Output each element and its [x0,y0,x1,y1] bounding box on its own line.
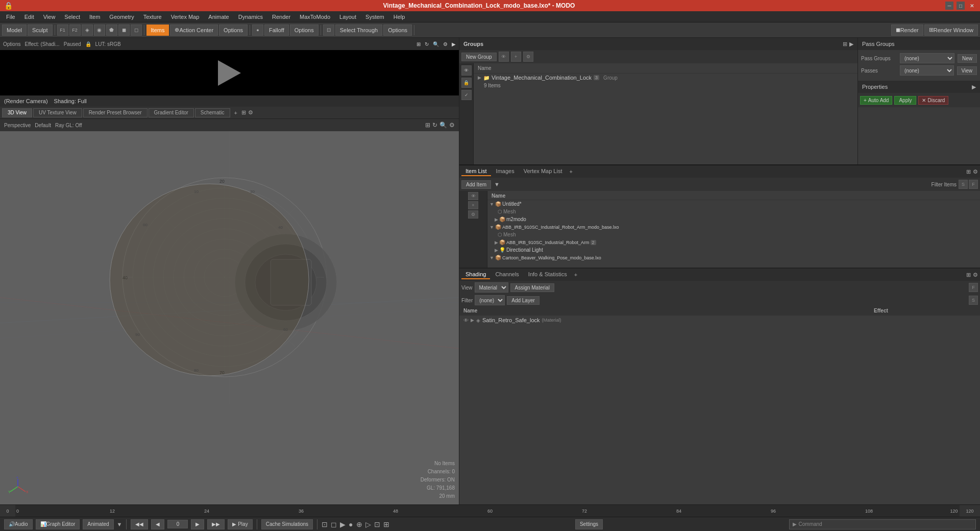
tab-vertex-map[interactable]: Vertex Map List [520,167,567,176]
cache-simulations-btn[interactable]: Cache Simulations [261,519,313,529]
add-il-tab[interactable]: + [567,167,574,176]
render-window-btn[interactable]: ⊞ Render Window [924,25,978,36]
prev-frame-btn[interactable]: ◀◀ [131,519,148,529]
sb-icon2[interactable]: ◻ [331,520,337,528]
groups-settings[interactable]: ▶ [849,41,853,47]
sh-s-btn[interactable]: S [969,296,978,305]
tree-item-beaver[interactable]: ▼ 📦 Cartoon_Beaver_Walking_Pose_modo_bas… [487,254,980,261]
menu-animate[interactable]: Animate [204,13,233,21]
perspective-label[interactable]: Perspective [4,123,31,128]
raygl-label[interactable]: Ray GL: Off [55,123,82,128]
tool-icon1[interactable]: ◈ [82,25,93,36]
frame-input[interactable] [167,520,188,528]
animated-arrow[interactable]: ▼ [117,521,122,527]
menu-layout[interactable]: Layout [335,13,360,21]
options-btn3[interactable]: Options [383,25,412,36]
menu-texture[interactable]: Texture [139,13,166,21]
il-settings[interactable]: ⚙ [973,168,978,175]
action-center-btn[interactable]: ⊕ Action Center [170,25,218,36]
tab-gradient[interactable]: Gradient Editor [149,108,194,117]
menu-maxtomodo[interactable]: MaxToModo [296,13,334,21]
settings-btn[interactable]: Settings [575,519,603,529]
sculpt-btn[interactable]: Sculpt [28,25,53,36]
tree-item-mesh2[interactable]: ⬡ Mesh [487,231,980,238]
ils-gear1[interactable]: ⚙ [468,210,478,219]
tree-item-abb-arm[interactable]: ▶ 📦 ABB_IRB_910SC_Industrial_Robot_Arm 2 [487,238,980,246]
sh-settings[interactable]: ⚙ [973,272,978,278]
groups-expand[interactable]: ⊞ [843,41,847,47]
tool-icon5[interactable]: ◻ [131,25,142,36]
apply-btn[interactable]: Apply [894,96,916,105]
menu-help[interactable]: Help [389,13,409,21]
tab-images[interactable]: Images [492,167,519,176]
graph-editor-btn[interactable]: 📊 Graph Editor [36,519,80,529]
gsb-check[interactable]: ✓ [461,90,472,100]
sh-f-btn[interactable]: F [969,283,978,292]
vp-settings[interactable]: ⚙ [248,109,253,116]
gsb-lock[interactable]: 🔒 [461,78,472,88]
menu-render[interactable]: Render [268,13,295,21]
vp-zoom-icon[interactable]: 🔍 [439,122,447,129]
pass-groups-select[interactable]: (none) [900,53,954,63]
zoom-icon[interactable]: 🔍 [433,41,439,47]
select-through-icon[interactable]: ⊡ [323,25,334,36]
tab-info-stats[interactable]: Info & Statistics [524,270,571,279]
falloff-icon[interactable]: ● [252,25,263,36]
menu-dynamics[interactable]: Dynamics [234,13,267,21]
gsb-eye[interactable]: 👁 [461,65,472,76]
menu-system[interactable]: System [361,13,388,21]
menu-edit[interactable]: Edit [20,13,38,21]
audio-btn[interactable]: 🔊 Audio [4,519,33,529]
minimize-button[interactable]: ─ [945,2,953,10]
sh-expand[interactable]: ⊞ [966,272,971,278]
menu-file[interactable]: File [2,13,19,21]
passes-view-btn[interactable]: View [957,66,977,75]
view-select[interactable]: Material [475,282,508,293]
tree-item-abb[interactable]: ▼ 📦 ABB_IRB_910SC_Industrial_Robot_Arm_m… [487,223,980,231]
menu-vertex-map[interactable]: Vertex Map [167,13,204,21]
ils-eye1[interactable]: 👁 [468,192,478,200]
add-item-btn[interactable]: Add Item [461,180,491,189]
discard-btn[interactable]: ✕ Discard [918,96,948,105]
default-label[interactable]: Default [35,123,51,128]
prev-btn[interactable]: ◀ [151,519,164,529]
auto-add-btn[interactable]: + Auto Add [860,96,892,105]
tab-uv-texture[interactable]: UV Texture View [33,108,82,117]
sb-icon1[interactable]: ⊡ [322,520,328,528]
add-viewport-tab[interactable]: + [231,109,240,117]
filter-icon[interactable]: S [959,180,968,189]
sb-icon7[interactable]: ⊡ [374,520,380,528]
vp-expand[interactable]: ⊞ [241,109,246,116]
sb-icon8[interactable]: ⊞ [383,520,389,528]
tab-schematic[interactable]: Schematic [195,108,230,117]
render-btn[interactable]: ◼ Render [891,25,923,36]
sb-icon5[interactable]: ⊕ [356,520,362,528]
properties-expand[interactable]: ▶ [972,84,976,90]
vp-settings-icon[interactable]: ⚙ [449,122,455,129]
falloff-btn[interactable]: Falloff [264,25,289,36]
tab-shading[interactable]: Shading [461,270,490,279]
passes-select[interactable]: (none) [900,65,954,76]
group-row[interactable]: ▶ 📁 Vintage_Mechanical_Combination_Lock … [474,74,857,82]
maximize-button[interactable]: □ [957,2,965,10]
groups-icon2[interactable]: + [511,52,521,62]
f2-btn[interactable]: F2 [69,25,81,36]
next-frame-btn[interactable]: ▶▶ [207,519,225,529]
play-button-icon[interactable] [218,60,241,86]
groups-icon1[interactable]: 👁 [499,52,509,62]
select-through-btn[interactable]: Select Through [335,25,382,36]
timeline-ruler[interactable]: 0 12 24 36 48 60 72 84 96 108 120 [15,505,960,517]
f1-btn[interactable]: F1 [57,25,68,36]
sb-icon6[interactable]: ▷ [365,520,371,528]
tab-channels[interactable]: Channels [491,270,523,279]
menu-geometry[interactable]: Geometry [105,13,138,21]
expand-icon[interactable]: ⊞ [416,41,421,47]
add-layer-btn[interactable]: Add Layer [507,296,540,305]
groups-icon3[interactable]: ⚙ [523,52,533,62]
tab-3d-view[interactable]: 3D View [2,108,32,117]
close-button[interactable]: ✕ [968,2,976,10]
3d-viewport[interactable]: Perspective Default Ray GL: Off ⊞ ↻ 🔍 ⚙ [0,119,459,504]
sb-icon4[interactable]: ● [349,520,353,528]
new-group-btn[interactable]: New Group [461,53,497,61]
preview-settings-icon[interactable]: ⚙ [443,41,448,47]
